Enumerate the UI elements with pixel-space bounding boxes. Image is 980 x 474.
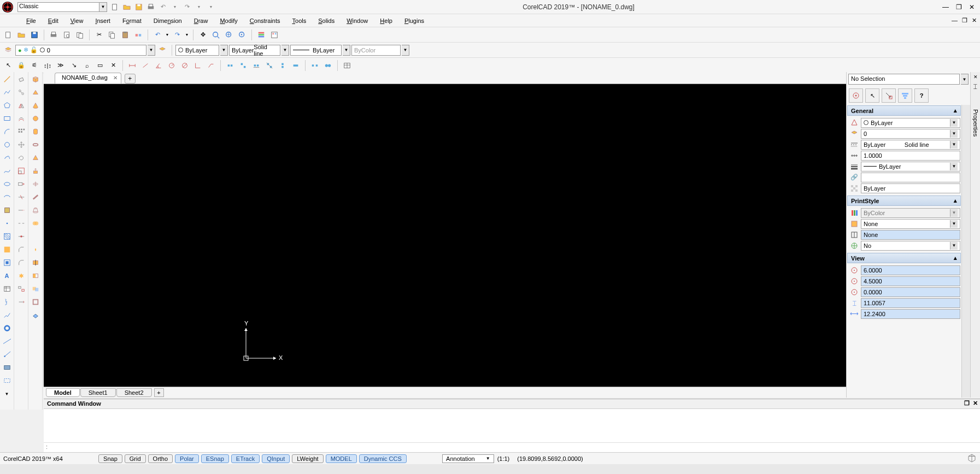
menu-draw[interactable]: Draw <box>189 16 214 26</box>
redo-dropdown[interactable]: ▼ <box>184 29 190 41</box>
constr-3[interactable] <box>250 60 262 72</box>
table-button[interactable] <box>341 60 353 72</box>
lineweight-combo[interactable]: ByLayer <box>290 45 342 56</box>
prop-lineweight[interactable]: ByLayer▼ <box>861 162 960 171</box>
shell-icon[interactable] <box>30 296 42 308</box>
redo-button[interactable]: ↷ <box>171 29 183 41</box>
break-icon[interactable] <box>15 217 27 229</box>
spline-icon[interactable] <box>1 165 13 177</box>
prop-transparency[interactable]: ByLayer <box>861 183 960 193</box>
tab-sheet2[interactable]: Sheet2 <box>116 388 152 397</box>
prop-hyperlink[interactable] <box>861 173 960 182</box>
arc-icon[interactable] <box>1 126 13 138</box>
3d-polyline-icon[interactable] <box>1 309 13 321</box>
undo-button[interactable]: ↶ <box>151 29 163 41</box>
undo-icon[interactable]: ↶ <box>159 3 167 11</box>
status-snap-button[interactable]: Snap <box>98 454 122 463</box>
rotate-icon[interactable] <box>15 152 27 164</box>
stretch-icon[interactable] <box>15 178 27 190</box>
trim-icon[interactable] <box>15 191 27 203</box>
revolve-icon[interactable] <box>30 178 42 190</box>
mirror-icon[interactable] <box>15 99 27 111</box>
box-icon[interactable] <box>30 73 42 85</box>
ellipse-icon[interactable] <box>1 178 13 190</box>
sphere-icon[interactable] <box>30 112 42 125</box>
cylinder-icon[interactable] <box>30 126 42 138</box>
copy-button[interactable] <box>106 29 118 41</box>
block-icon[interactable] <box>1 204 13 216</box>
paste-button[interactable] <box>119 29 131 41</box>
properties-scrollbar[interactable] <box>961 105 970 398</box>
new-icon[interactable] <box>110 3 119 11</box>
dim-angular-button[interactable] <box>152 60 165 72</box>
menu-insert[interactable]: Insert <box>90 16 116 26</box>
filter-button[interactable]: ⚟ <box>28 60 40 72</box>
add-document-tab[interactable]: + <box>125 74 136 84</box>
circle-icon[interactable] <box>1 139 13 151</box>
menu-modify[interactable]: Modify <box>214 16 243 26</box>
copy-mod-icon[interactable] <box>15 86 27 98</box>
doc-maximize-button[interactable]: ❐ <box>962 17 967 24</box>
menu-file[interactable]: File <box>21 16 42 26</box>
open-button[interactable] <box>15 29 27 41</box>
redo-icon[interactable]: ↷ <box>183 3 191 11</box>
publish-button[interactable] <box>74 29 86 41</box>
status-polar-button[interactable]: Polar <box>175 454 199 463</box>
status-esnap-button[interactable]: ESnap <box>201 454 229 463</box>
selection-combo-arrow[interactable]: ▼ <box>961 74 969 85</box>
region-icon[interactable] <box>1 257 13 269</box>
dim-linear-button[interactable] <box>126 60 138 72</box>
section-icon[interactable] <box>30 270 42 282</box>
extend-icon[interactable] <box>15 204 27 216</box>
status-model-button[interactable]: MODEL <box>326 454 357 463</box>
linestyle-combo[interactable]: ByLayerSolid line <box>229 45 280 56</box>
prop-quickselect-button[interactable] <box>882 88 896 103</box>
donut-icon[interactable] <box>1 322 13 334</box>
linecolor-combo[interactable]: ByLayer <box>175 45 219 56</box>
layer-combo-arrow[interactable]: ▼ <box>148 45 155 56</box>
doc-minimize-button[interactable]: — <box>952 17 958 24</box>
close-tab-icon[interactable]: ✕ <box>113 75 118 81</box>
printcolor-combo[interactable]: ByColor <box>351 45 401 56</box>
cone-icon[interactable] <box>30 99 42 111</box>
prop-linecolor[interactable]: ByLayer▼ <box>861 118 960 128</box>
planar-icon[interactable] <box>30 309 42 321</box>
properties-button[interactable] <box>255 29 267 41</box>
prop-pick-button[interactable] <box>849 88 863 103</box>
find-button[interactable]: ⌕ <box>81 60 93 72</box>
ray-icon[interactable] <box>1 348 13 360</box>
wipeout-icon[interactable] <box>1 362 13 374</box>
polygon-icon[interactable] <box>1 99 13 111</box>
interfere-icon[interactable] <box>30 283 42 295</box>
prop-linescale[interactable]: 1.0000 <box>861 151 960 161</box>
menu-plugins[interactable]: Plugins <box>399 16 430 26</box>
lengthen-icon[interactable] <box>15 296 27 308</box>
section-view[interactable]: View▴ <box>847 253 961 263</box>
align-icon[interactable] <box>15 283 27 295</box>
layer-previous-button[interactable] <box>156 44 168 56</box>
dim-leader-button[interactable] <box>205 60 217 72</box>
status-qinput-button[interactable]: QInput <box>262 454 290 463</box>
prop-filter-button[interactable] <box>898 88 912 103</box>
menu-solids[interactable]: Solids <box>313 16 340 26</box>
drawing-canvas[interactable]: X Y <box>44 84 846 387</box>
match-properties-button[interactable] <box>132 29 144 41</box>
goto-button[interactable]: ↘ <box>68 60 80 72</box>
line-icon[interactable] <box>1 73 13 85</box>
open-icon[interactable] <box>122 3 131 11</box>
tab-model[interactable]: Model <box>46 388 80 397</box>
explode-icon[interactable] <box>15 270 27 282</box>
zoom-dynamic-button[interactable] <box>223 29 235 41</box>
status-etrack-button[interactable]: ETrack <box>231 454 260 463</box>
selection-combo[interactable]: No Selection <box>848 74 960 85</box>
minimize-button[interactable]: — <box>942 3 949 11</box>
torus-icon[interactable] <box>30 139 42 151</box>
prop-attached[interactable]: No▼ <box>861 241 960 251</box>
save-button[interactable] <box>28 29 40 41</box>
text-a-icon[interactable]: A <box>1 270 13 282</box>
printcolor-combo-arrow[interactable]: ▼ <box>402 45 409 56</box>
menu-constraints[interactable]: Constraints <box>244 16 286 26</box>
prop-select-button[interactable]: ↖ <box>865 88 879 103</box>
dim-diameter-button[interactable] <box>179 60 191 72</box>
extrude-icon[interactable] <box>30 165 42 177</box>
